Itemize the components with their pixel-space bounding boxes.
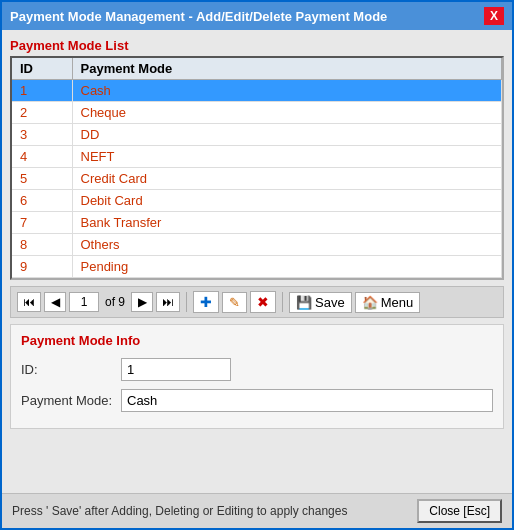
- main-content: Payment Mode List ID Payment Mode 1Cash2…: [2, 30, 512, 493]
- footer-hint: Press ' Save' after Adding, Deleting or …: [12, 504, 347, 518]
- table-row[interactable]: 6Debit Card: [12, 190, 502, 212]
- cell-name: Credit Card: [72, 168, 502, 190]
- table-body: 1Cash2Cheque3DD4NEFT5Credit Card6Debit C…: [12, 80, 502, 278]
- mode-input[interactable]: [121, 389, 493, 412]
- menu-label: Menu: [381, 295, 414, 310]
- close-button[interactable]: X: [484, 7, 504, 25]
- info-section: Payment Mode Info ID: Payment Mode:: [10, 324, 504, 429]
- payment-mode-table: ID Payment Mode 1Cash2Cheque3DD4NEFT5Cre…: [12, 58, 502, 278]
- edit-icon: ✎: [229, 295, 240, 310]
- cell-name: NEFT: [72, 146, 502, 168]
- table-row[interactable]: 7Bank Transfer: [12, 212, 502, 234]
- save-button[interactable]: 💾 Save: [289, 292, 352, 313]
- cell-name: Cash: [72, 80, 502, 102]
- menu-button[interactable]: 🏠 Menu: [355, 292, 421, 313]
- id-label: ID:: [21, 362, 121, 377]
- nav-separator-2: [282, 292, 283, 312]
- cell-name: Bank Transfer: [72, 212, 502, 234]
- cell-id: 1: [12, 80, 72, 102]
- table-row[interactable]: 3DD: [12, 124, 502, 146]
- cell-name: Cheque: [72, 102, 502, 124]
- mode-label: Payment Mode:: [21, 393, 121, 408]
- window-title: Payment Mode Management - Add/Edit/Delet…: [10, 9, 387, 24]
- info-section-label: Payment Mode Info: [21, 333, 493, 348]
- id-row: ID:: [21, 358, 493, 381]
- mode-row: Payment Mode:: [21, 389, 493, 412]
- delete-icon: ✖: [257, 294, 269, 310]
- first-button[interactable]: ⏮: [17, 292, 41, 312]
- next-button[interactable]: ▶: [131, 292, 153, 312]
- cell-name: Debit Card: [72, 190, 502, 212]
- cell-name: Others: [72, 234, 502, 256]
- main-window: Payment Mode Management - Add/Edit/Delet…: [0, 0, 514, 530]
- delete-button[interactable]: ✖: [250, 291, 276, 313]
- cell-id: 2: [12, 102, 72, 124]
- page-of-label: of 9: [105, 295, 125, 309]
- col-mode-header: Payment Mode: [72, 58, 502, 80]
- edit-button[interactable]: ✎: [222, 292, 247, 313]
- col-id-header: ID: [12, 58, 72, 80]
- table-header-row: ID Payment Mode: [12, 58, 502, 80]
- close-esc-button[interactable]: Close [Esc]: [417, 499, 502, 523]
- table-section-label: Payment Mode List: [10, 38, 504, 53]
- cell-id: 6: [12, 190, 72, 212]
- table-row[interactable]: 5Credit Card: [12, 168, 502, 190]
- cell-id: 5: [12, 168, 72, 190]
- prev-button[interactable]: ◀: [44, 292, 66, 312]
- footer: Press ' Save' after Adding, Deleting or …: [2, 493, 512, 528]
- nav-separator-1: [186, 292, 187, 312]
- title-bar: Payment Mode Management - Add/Edit/Delet…: [2, 2, 512, 30]
- cell-name: DD: [72, 124, 502, 146]
- add-button[interactable]: ✚: [193, 291, 219, 313]
- table-row[interactable]: 9Pending: [12, 256, 502, 278]
- payment-mode-table-container[interactable]: ID Payment Mode 1Cash2Cheque3DD4NEFT5Cre…: [10, 56, 504, 280]
- add-icon: ✚: [200, 294, 212, 310]
- table-row[interactable]: 4NEFT: [12, 146, 502, 168]
- save-icon: 💾: [296, 295, 312, 310]
- cell-id: 8: [12, 234, 72, 256]
- cell-id: 3: [12, 124, 72, 146]
- menu-icon: 🏠: [362, 295, 378, 310]
- save-label: Save: [315, 295, 345, 310]
- navigation-bar: ⏮ ◀ of 9 ▶ ⏭ ✚ ✎ ✖ 💾 Save 🏠 Menu: [10, 286, 504, 318]
- cell-id: 9: [12, 256, 72, 278]
- cell-id: 7: [12, 212, 72, 234]
- table-section: Payment Mode List ID Payment Mode 1Cash2…: [10, 38, 504, 280]
- table-row[interactable]: 8Others: [12, 234, 502, 256]
- current-page-input[interactable]: [69, 292, 99, 312]
- id-input[interactable]: [121, 358, 231, 381]
- cell-name: Pending: [72, 256, 502, 278]
- table-row[interactable]: 1Cash: [12, 80, 502, 102]
- table-row[interactable]: 2Cheque: [12, 102, 502, 124]
- cell-id: 4: [12, 146, 72, 168]
- last-button[interactable]: ⏭: [156, 292, 180, 312]
